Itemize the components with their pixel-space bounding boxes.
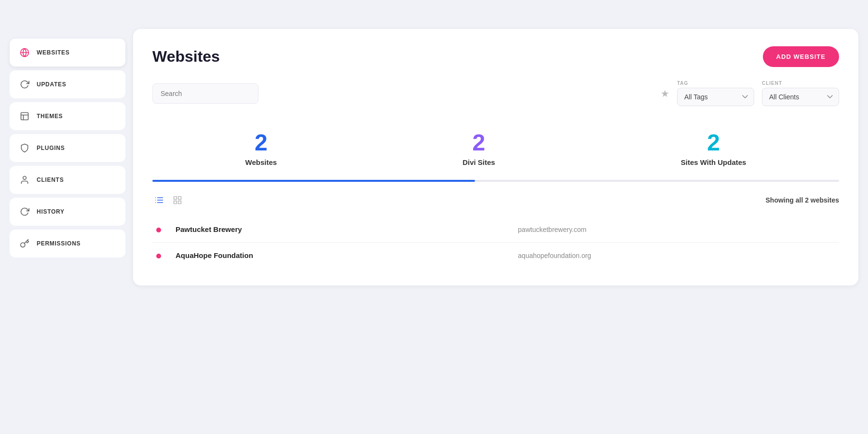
svg-rect-12	[174, 197, 177, 200]
stat-websites: 2 Websites	[245, 131, 277, 166]
sidebar-item-plugins[interactable]: Plugins	[10, 134, 125, 162]
stat-websites-label: Websites	[245, 158, 277, 166]
page-title: Websites	[152, 48, 220, 66]
site-url: pawtucketbrewery.com	[518, 226, 586, 233]
svg-rect-2	[21, 113, 28, 120]
stat-divi-sites: 2 Divi Sites	[462, 131, 495, 166]
svg-rect-15	[178, 201, 181, 204]
showing-count: Showing all 2 websites	[766, 196, 839, 204]
search-input[interactable]	[152, 83, 258, 104]
globe-icon	[19, 47, 30, 58]
sidebar-item-label-websites: Websites	[37, 49, 69, 56]
site-url: aquahopefoundation.org	[518, 252, 591, 259]
sidebar-item-label-history: History	[37, 208, 65, 215]
sidebar-item-label-updates: Updates	[37, 81, 67, 88]
tag-filter-group: TAG All Tags	[677, 81, 754, 106]
view-toggle	[152, 193, 184, 207]
stat-websites-number: 2	[245, 131, 277, 154]
stat-sites-with-updates: 2 Sites With Updates	[681, 131, 746, 166]
main-content: Websites ADD WEBSITE ★ TAG All Tags CLIE…	[133, 29, 858, 285]
sidebar: Websites Updates Themes	[10, 29, 125, 285]
tag-filter-label: TAG	[677, 81, 754, 86]
app-layout: Websites Updates Themes	[10, 29, 858, 285]
table-row[interactable]: AquaHope Foundation aquahopefoundation.o…	[152, 243, 839, 269]
list-controls: Showing all 2 websites	[152, 193, 839, 207]
site-status-dot	[156, 254, 161, 258]
key-icon	[19, 238, 30, 249]
sidebar-item-themes[interactable]: Themes	[10, 102, 125, 130]
stat-divi-label: Divi Sites	[462, 158, 495, 166]
favorite-star-icon[interactable]: ★	[661, 88, 669, 99]
client-filter-group: CLIENT All Clients	[762, 81, 839, 106]
list-view-button[interactable]	[152, 193, 166, 207]
refresh-icon	[19, 79, 30, 90]
stat-divi-number: 2	[462, 131, 495, 154]
sidebar-item-updates[interactable]: Updates	[10, 70, 125, 98]
add-website-button[interactable]: ADD WEBSITE	[763, 46, 839, 67]
shield-icon	[19, 143, 30, 153]
tag-filter-select[interactable]: All Tags	[677, 88, 754, 106]
svg-rect-14	[174, 201, 177, 204]
progress-bar	[152, 180, 839, 182]
table-row[interactable]: Pawtucket Brewery pawtucketbrewery.com	[152, 217, 839, 243]
sidebar-item-label-permissions: Permissions	[37, 240, 81, 247]
sidebar-item-label-plugins: Plugins	[37, 145, 65, 151]
client-filter-label: CLIENT	[762, 81, 839, 86]
sites-table: Pawtucket Brewery pawtucketbrewery.com A…	[152, 217, 839, 268]
svg-point-5	[23, 176, 27, 180]
sidebar-item-label-themes: Themes	[37, 113, 63, 120]
sidebar-item-websites[interactable]: Websites	[10, 39, 125, 67]
site-name: AquaHope Foundation	[176, 251, 253, 259]
progress-bar-fill	[152, 180, 475, 182]
stat-updates-label: Sites With Updates	[681, 158, 746, 166]
grid-view-button[interactable]	[171, 193, 184, 207]
user-icon	[19, 175, 30, 185]
sidebar-item-clients[interactable]: Clients	[10, 166, 125, 194]
client-filter-select[interactable]: All Clients	[762, 88, 839, 106]
layout-icon	[19, 111, 30, 122]
filter-row: ★ TAG All Tags CLIENT All Clients	[152, 81, 839, 106]
clock-icon	[19, 206, 30, 217]
sidebar-item-permissions[interactable]: Permissions	[10, 230, 125, 258]
stat-updates-number: 2	[681, 131, 746, 154]
sidebar-item-label-clients: Clients	[37, 176, 64, 183]
main-header: Websites ADD WEBSITE	[152, 46, 839, 67]
site-name: Pawtucket Brewery	[176, 225, 242, 233]
site-status-dot	[156, 228, 161, 232]
sidebar-item-history[interactable]: History	[10, 198, 125, 226]
svg-rect-13	[178, 197, 181, 200]
stats-row: 2 Websites 2 Divi Sites 2 Sites With Upd…	[152, 122, 839, 180]
